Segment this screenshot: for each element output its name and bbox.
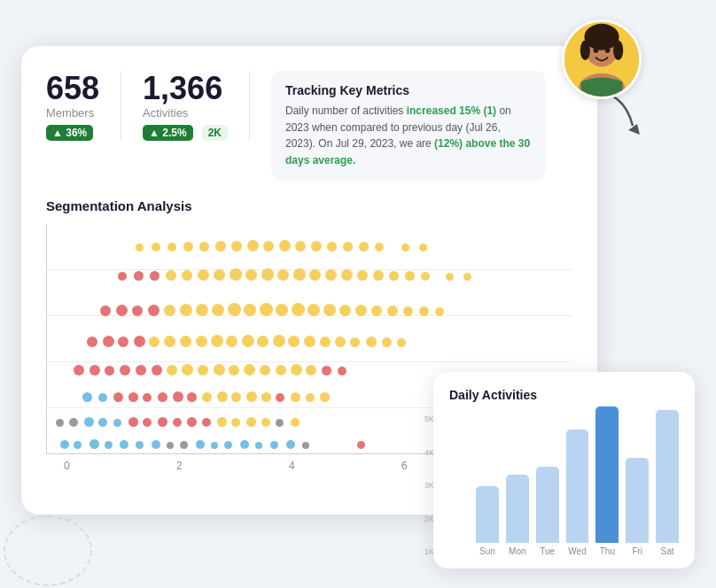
bar-label-wed: Wed — [568, 546, 586, 556]
dot — [118, 337, 128, 347]
dot — [357, 441, 365, 449]
dot — [198, 269, 209, 281]
x-label-2: 2 — [176, 460, 183, 472]
dot — [276, 393, 284, 402]
dot — [173, 391, 183, 402]
svg-point-3 — [580, 41, 590, 60]
dot — [187, 392, 197, 402]
dot — [214, 364, 225, 375]
dot — [306, 365, 316, 375]
grid-line-2 — [47, 361, 572, 362]
dot — [82, 392, 92, 402]
dot — [240, 440, 249, 449]
grid-line-3 — [47, 315, 572, 316]
dot — [246, 417, 256, 427]
dot — [105, 366, 114, 375]
dot — [113, 392, 123, 402]
dot — [196, 336, 207, 347]
dot — [229, 365, 239, 375]
dot — [327, 242, 337, 251]
dot — [74, 441, 82, 449]
bar-col-fri: Fri — [626, 458, 649, 556]
avatar-svg — [564, 19, 639, 99]
bar-thu — [595, 406, 619, 543]
dot — [260, 365, 270, 375]
dot — [215, 241, 226, 251]
dot — [359, 242, 369, 251]
dot — [90, 439, 99, 449]
dot — [419, 244, 427, 251]
bar-col-sat: Sat — [656, 410, 679, 556]
x-label-6: 6 — [401, 460, 408, 472]
bar-chart: SunMonTueWedThuFriSat — [476, 414, 679, 556]
bar-label-sat: Sat — [661, 546, 674, 556]
dot — [183, 242, 193, 251]
dot — [421, 272, 430, 281]
dot — [118, 272, 127, 281]
bar-label-fri: Fri — [632, 546, 642, 556]
activities-value: 1,366 — [143, 71, 228, 106]
dot — [214, 269, 225, 281]
dot — [226, 336, 237, 347]
segmentation-title: Segmentation Analysis — [46, 198, 572, 213]
dot — [255, 442, 262, 449]
dot — [173, 418, 182, 427]
y-label-3k: 3K — [424, 481, 434, 490]
dot — [270, 441, 278, 449]
dot — [295, 241, 306, 251]
svg-point-8 — [605, 47, 611, 53]
dot — [211, 335, 223, 347]
members-value: 658 — [46, 71, 99, 106]
dot — [105, 441, 113, 449]
dot — [375, 243, 384, 251]
y-label-5k: 5K — [424, 414, 434, 423]
dot — [247, 240, 259, 251]
dot — [120, 365, 130, 375]
dot — [276, 419, 284, 427]
dot — [60, 440, 69, 449]
dot — [199, 242, 209, 251]
bar-label-sun: Sun — [479, 546, 495, 556]
dot — [389, 271, 399, 281]
dot — [341, 269, 353, 281]
dot — [152, 365, 162, 375]
dot — [56, 419, 64, 427]
avatar-container — [562, 19, 642, 99]
y-label-4k: 4K — [424, 448, 434, 457]
dot — [231, 418, 240, 427]
dot — [291, 364, 302, 375]
dot — [152, 243, 160, 251]
dot — [128, 392, 138, 402]
dot — [134, 336, 145, 347]
dot — [134, 271, 144, 281]
members-badge: ▲ 36% — [46, 125, 93, 141]
bar-col-wed: Wed — [566, 429, 589, 556]
dot — [120, 440, 128, 449]
dot — [401, 244, 409, 251]
dot — [304, 336, 315, 347]
x-label-0: 0 — [64, 460, 70, 472]
dot — [309, 269, 321, 281]
dot — [198, 365, 208, 375]
bar-col-tue: Tue — [536, 467, 559, 556]
y-label-2k: 2K — [424, 514, 434, 523]
dot — [246, 391, 257, 402]
dot — [276, 365, 286, 375]
bar-sun — [476, 486, 499, 543]
bar-label-mon: Mon — [509, 546, 525, 556]
dot — [152, 440, 160, 449]
dot — [335, 337, 346, 347]
scene: 658 Members ▲ 36% 1,366 Activities ▲ 2.5… — [21, 19, 695, 569]
dot — [291, 418, 300, 427]
dot — [182, 270, 192, 281]
bar-fri — [626, 458, 649, 543]
dot — [311, 241, 322, 251]
svg-point-4 — [613, 41, 623, 60]
members-label: Members — [46, 106, 99, 120]
dot — [143, 418, 152, 427]
dot — [74, 365, 84, 375]
activities-badge: ▲ 2.5% — [143, 125, 193, 141]
dot — [405, 271, 415, 281]
dot — [69, 418, 78, 427]
dot — [325, 269, 337, 281]
